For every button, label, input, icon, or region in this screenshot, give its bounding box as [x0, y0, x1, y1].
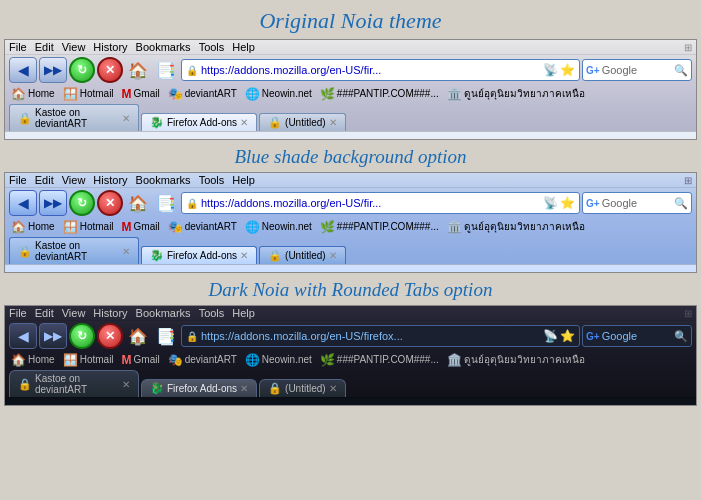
blue-bm-pantip[interactable]: 🌿###PANTIP.COM###...	[318, 220, 441, 234]
bm-deviantart[interactable]: 🎭deviantART	[166, 87, 239, 101]
dark-menu-history[interactable]: History	[93, 307, 127, 319]
feed-icon[interactable]: 📡	[543, 63, 558, 77]
blue-title: Blue shade background option	[0, 140, 701, 172]
reload-button[interactable]: ↻	[69, 57, 95, 83]
bm-pantip[interactable]: 🌿###PANTIP.COM###...	[318, 87, 441, 101]
dark-menu-file[interactable]: File	[9, 307, 27, 319]
dark-back-button[interactable]: ◀	[9, 323, 37, 349]
dark-menu-bookmarks[interactable]: Bookmarks	[136, 307, 191, 319]
blue-menu-history[interactable]: History	[93, 174, 127, 186]
blue-tab-addons[interactable]: 🐉 Firefox Add-ons ✕	[141, 246, 257, 264]
dark-bm-thai[interactable]: 🏛️ดูนย์อุตุนิยมวิทยาภาคเหนือ	[445, 352, 587, 367]
dark-tab-untitled[interactable]: 🔒 (Untitled) ✕	[259, 379, 346, 397]
forward-button[interactable]: ▶▶	[39, 57, 67, 83]
blue-star-icon[interactable]: ⭐	[560, 196, 575, 210]
tab-addons[interactable]: 🐉 Firefox Add-ons ✕	[141, 113, 257, 131]
dark-bookmarks-button[interactable]: 📑	[153, 323, 179, 349]
blue-bm-neowin[interactable]: 🌐Neowin.net	[243, 220, 314, 234]
blue-bm-hotmail[interactable]: 🪟Hotmail	[61, 220, 116, 234]
blue-home-bm-icon: 🏠	[11, 220, 26, 234]
blue-back-button[interactable]: ◀	[9, 190, 37, 216]
dark-bm-hotmail[interactable]: 🪟Hotmail	[61, 353, 116, 367]
dark-tab-deviantart[interactable]: 🔒 Kastoe on deviantART ✕	[9, 370, 139, 397]
dark-stop-button[interactable]: ✕	[97, 323, 123, 349]
tab-addons-close[interactable]: ✕	[240, 117, 248, 128]
blue-title-section: Blue shade background option	[0, 140, 701, 172]
search-submit[interactable]: 🔍	[674, 64, 688, 77]
blue-tab-deviantart[interactable]: 🔒 Kastoe on deviantART ✕	[9, 237, 139, 264]
blue-tab-deviantart-close[interactable]: ✕	[122, 246, 130, 257]
dark-tab-addons[interactable]: 🐉 Firefox Add-ons ✕	[141, 379, 257, 397]
dark-bm-neowin[interactable]: 🌐Neowin.net	[243, 353, 314, 367]
menu-edit[interactable]: Edit	[35, 41, 54, 53]
tab-deviantart[interactable]: 🔒 Kastoe on deviantART ✕	[9, 104, 139, 131]
url-bar[interactable]: 🔒 https://addons.mozilla.org/en-US/fir..…	[181, 59, 580, 81]
dark-url-bar[interactable]: 🔒 https://addons.mozilla.org/en-US/firef…	[181, 325, 580, 347]
dark-tab-untitled-close[interactable]: ✕	[329, 383, 337, 394]
tab-deviantart-close[interactable]: ✕	[122, 113, 130, 124]
blue-search-text: Google	[602, 197, 672, 209]
menu-history[interactable]: History	[93, 41, 127, 53]
tab-addons-icon: 🐉	[150, 116, 164, 129]
blue-menu-tools[interactable]: Tools	[199, 174, 225, 186]
dark-bm-pantip[interactable]: 🌿###PANTIP.COM###...	[318, 353, 441, 367]
dark-bm-deviantart[interactable]: 🎭deviantART	[166, 353, 239, 367]
dark-home-button[interactable]: 🏠	[125, 323, 151, 349]
blue-menu-edit[interactable]: Edit	[35, 174, 54, 186]
dark-feed-icon[interactable]: 📡	[543, 329, 558, 343]
dark-menu-help[interactable]: Help	[232, 307, 255, 319]
blue-tab-untitled[interactable]: 🔒 (Untitled) ✕	[259, 246, 346, 264]
blue-bm-gmail[interactable]: MGmail	[120, 220, 162, 234]
blue-bm-home[interactable]: 🏠Home	[9, 220, 57, 234]
bm-neowin[interactable]: 🌐Neowin.net	[243, 87, 314, 101]
dark-menu-view[interactable]: View	[62, 307, 86, 319]
blue-menu-help[interactable]: Help	[232, 174, 255, 186]
blue-stop-button[interactable]: ✕	[97, 190, 123, 216]
back-button[interactable]: ◀	[9, 57, 37, 83]
menu-file[interactable]: File	[9, 41, 27, 53]
dark-tab-deviantart-close[interactable]: ✕	[122, 379, 130, 390]
home-bm-icon: 🏠	[11, 87, 26, 101]
blue-search-bar[interactable]: G+ Google 🔍	[582, 192, 692, 214]
bm-gmail[interactable]: MGmail	[120, 87, 162, 101]
dark-star-icon[interactable]: ⭐	[560, 329, 575, 343]
dark-search-submit[interactable]: 🔍	[674, 330, 688, 343]
blue-tab-addons-close[interactable]: ✕	[240, 250, 248, 261]
browser-noia: File Edit View History Bookmarks Tools H…	[0, 39, 701, 140]
blue-feed-icon[interactable]: 📡	[543, 196, 558, 210]
menu-help[interactable]: Help	[232, 41, 255, 53]
menu-tools[interactable]: Tools	[199, 41, 225, 53]
dark-bm-gmail[interactable]: MGmail	[120, 353, 162, 367]
bookmarks-button[interactable]: 📑	[153, 57, 179, 83]
menu-view[interactable]: View	[62, 41, 86, 53]
dark-tab-addons-close[interactable]: ✕	[240, 383, 248, 394]
bm-hotmail[interactable]: 🪟Hotmail	[61, 87, 116, 101]
dark-menu-tools[interactable]: Tools	[199, 307, 225, 319]
dark-reload-button[interactable]: ↻	[69, 323, 95, 349]
dark-search-bar[interactable]: G+ Google 🔍	[582, 325, 692, 347]
stop-button[interactable]: ✕	[97, 57, 123, 83]
tab-untitled[interactable]: 🔒 (Untitled) ✕	[259, 113, 346, 131]
blue-menu-bookmarks[interactable]: Bookmarks	[136, 174, 191, 186]
home-button[interactable]: 🏠	[125, 57, 151, 83]
blue-reload-button[interactable]: ↻	[69, 190, 95, 216]
blue-home-button[interactable]: 🏠	[125, 190, 151, 216]
dark-forward-button[interactable]: ▶▶	[39, 323, 67, 349]
blue-tab-untitled-close[interactable]: ✕	[329, 250, 337, 261]
blue-menu-view[interactable]: View	[62, 174, 86, 186]
blue-bookmarks-button[interactable]: 📑	[153, 190, 179, 216]
blue-url-bar[interactable]: 🔒 https://addons.mozilla.org/en-US/fir..…	[181, 192, 580, 214]
search-bar[interactable]: G+ Google 🔍	[582, 59, 692, 81]
blue-search-submit[interactable]: 🔍	[674, 197, 688, 210]
bm-thai[interactable]: 🏛️ดูนย์อุตุนิยมวิทยาภาคเหนือ	[445, 86, 587, 101]
blue-bm-thai[interactable]: 🏛️ดูนย์อุตุนิยมวิทยาภาคเหนือ	[445, 219, 587, 234]
menu-bookmarks[interactable]: Bookmarks	[136, 41, 191, 53]
bm-home[interactable]: 🏠Home	[9, 87, 57, 101]
dark-menu-edit[interactable]: Edit	[35, 307, 54, 319]
blue-bm-deviantart[interactable]: 🎭deviantART	[166, 220, 239, 234]
tab-untitled-close[interactable]: ✕	[329, 117, 337, 128]
dark-bm-home[interactable]: 🏠Home	[9, 353, 57, 367]
blue-forward-button[interactable]: ▶▶	[39, 190, 67, 216]
blue-menu-file[interactable]: File	[9, 174, 27, 186]
star-icon[interactable]: ⭐	[560, 63, 575, 77]
